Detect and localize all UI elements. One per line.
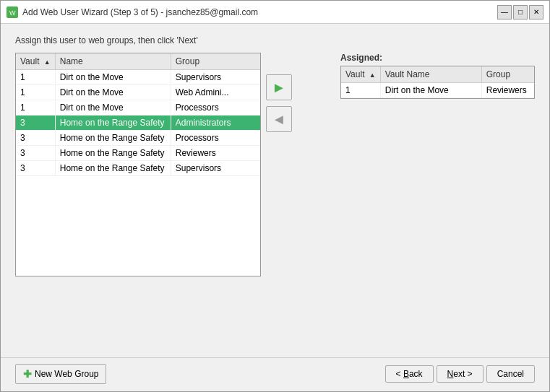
left-col-name[interactable]: Name [55, 53, 171, 70]
cell-name: Home on the Range Safety [55, 146, 171, 161]
right-col-vault-name[interactable]: Vault Name [380, 66, 481, 83]
plus-icon: ✚ [23, 368, 32, 380]
cell-group: Supervisors [171, 161, 260, 176]
cell-vault: 3 [16, 161, 55, 176]
cell-group: Reviewers [481, 83, 534, 98]
cell-vault: 3 [16, 116, 55, 131]
right-table-header-row: Vault ▲ Vault Name Group [341, 66, 534, 83]
nav-buttons: < Back Next > Cancel [385, 365, 535, 383]
add-to-assigned-button[interactable]: ► [266, 74, 292, 100]
back-button[interactable]: < Back [385, 365, 434, 383]
left-table: Vault ▲ Name Group 1 Dirt on the Move Su… [16, 53, 260, 176]
table-row[interactable]: 3 Home on the Range Safety Reviewers [16, 146, 260, 161]
left-col-vault[interactable]: Vault ▲ [16, 53, 55, 70]
cell-name: Dirt on the Move [55, 70, 171, 85]
window-title: Add Web User Wizard (Step 3 of 5) - jsan… [22, 7, 258, 17]
cancel-button[interactable]: Cancel [486, 365, 535, 383]
cell-vault: 3 [16, 146, 55, 161]
left-col-group[interactable]: Group [171, 53, 260, 70]
table-row[interactable]: 3 Home on the Range Safety Administrator… [16, 116, 260, 131]
cell-name: Home on the Range Safety [55, 116, 171, 131]
panels-row: Vault ▲ Name Group 1 Dirt on the Move Su… [15, 53, 535, 350]
title-bar: W Add Web User Wizard (Step 3 of 5) - js… [1, 1, 549, 24]
left-table-container: Vault ▲ Name Group 1 Dirt on the Move Su… [15, 53, 261, 276]
right-table-container: Vault ▲ Vault Name Group 1 Dirt on the M… [340, 66, 535, 99]
table-row[interactable]: 3 Home on the Range Safety Supervisors [16, 161, 260, 176]
next-label: N [447, 369, 454, 379]
title-controls: — □ ✕ [497, 5, 543, 19]
left-panel: Vault ▲ Name Group 1 Dirt on the Move Su… [15, 53, 261, 276]
table-row[interactable]: 1 Dirt on the Move Supervisors [16, 70, 260, 85]
left-arrow-icon: ◄ [272, 111, 286, 128]
new-web-group-label: New Web Group [35, 369, 98, 379]
content-area: Assign this user to web groups, then cli… [1, 24, 549, 357]
instruction-text: Assign this user to web groups, then cli… [15, 35, 535, 45]
window-icon: W [7, 6, 18, 18]
back-label: B [403, 369, 409, 379]
cell-name: Home on the Range Safety [55, 161, 171, 176]
cell-vault: 3 [16, 131, 55, 146]
cell-name: Home on the Range Safety [55, 131, 171, 146]
vault-sort-icon: ▲ [44, 58, 51, 66]
right-col-vault[interactable]: Vault ▲ [341, 66, 380, 83]
arrow-buttons: ► ◄ [261, 53, 297, 132]
table-row[interactable]: 1 Dirt on the Move Processors [16, 100, 260, 116]
cancel-label: Cancel [497, 369, 524, 379]
cell-group: Administrators [171, 116, 260, 131]
close-button[interactable]: ✕ [529, 5, 543, 19]
cell-group: Reviewers [171, 146, 260, 161]
right-vault-sort-icon: ▲ [369, 71, 376, 79]
main-window: W Add Web User Wizard (Step 3 of 5) - js… [0, 0, 550, 392]
left-table-header-row: Vault ▲ Name Group [16, 53, 260, 70]
next-button[interactable]: Next > [437, 365, 484, 383]
cell-vault: 1 [341, 83, 380, 98]
table-row[interactable]: 3 Home on the Range Safety Processors [16, 131, 260, 146]
remove-from-assigned-button[interactable]: ◄ [266, 106, 292, 132]
assigned-label: Assigned: [340, 53, 535, 63]
cell-group: Processors [171, 131, 260, 146]
cell-name: Dirt on the Move [55, 100, 171, 116]
cell-vault: 1 [16, 70, 55, 85]
right-arrow-icon: ► [272, 79, 286, 96]
bottom-bar: ✚ New Web Group < Back Next > Cancel [1, 357, 549, 391]
table-row[interactable]: 1 Dirt on the Move Web Admini... [16, 85, 260, 100]
cell-name: Dirt on the Move [55, 85, 171, 100]
right-panel: Assigned: Vault ▲ Vault Name Group 1 Dir… [340, 53, 535, 99]
left-table-body: 1 Dirt on the Move Supervisors 1 Dirt on… [16, 70, 260, 176]
table-row[interactable]: 1 Dirt on the Move Reviewers [341, 83, 534, 98]
cell-vault: 1 [16, 100, 55, 116]
cell-vault-name: Dirt on the Move [380, 83, 481, 98]
svg-text:W: W [9, 9, 16, 17]
right-table: Vault ▲ Vault Name Group 1 Dirt on the M… [341, 66, 534, 98]
title-bar-left: W Add Web User Wizard (Step 3 of 5) - js… [7, 6, 258, 18]
new-web-group-button[interactable]: ✚ New Web Group [15, 364, 106, 384]
right-table-body: 1 Dirt on the Move Reviewers [341, 83, 534, 98]
cell-group: Supervisors [171, 70, 260, 85]
right-col-group[interactable]: Group [481, 66, 534, 83]
maximize-button[interactable]: □ [513, 5, 528, 19]
cell-group: Processors [171, 100, 260, 116]
minimize-button[interactable]: — [497, 5, 512, 19]
cell-group: Web Admini... [171, 85, 260, 100]
cell-vault: 1 [16, 85, 55, 100]
